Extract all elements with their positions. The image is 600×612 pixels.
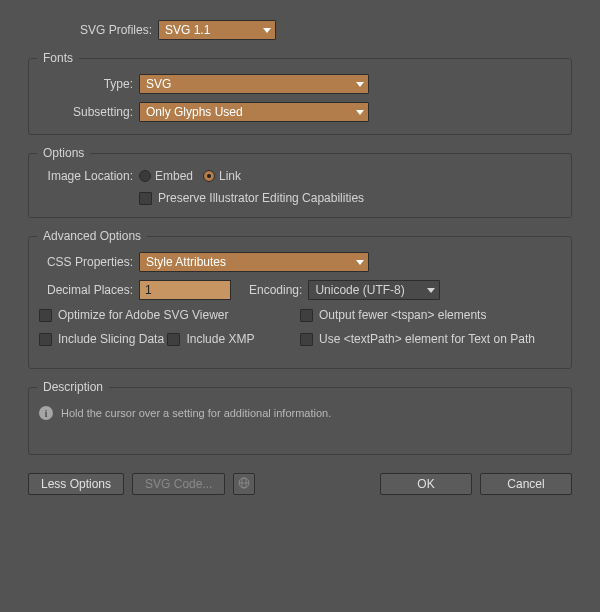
info-icon: i <box>39 406 53 420</box>
image-location-label: Image Location: <box>39 169 139 183</box>
description-title: Description <box>37 380 109 394</box>
output-fewer-tspan-label: Output fewer <tspan> elements <box>319 308 486 322</box>
preserve-ai-checkbox[interactable] <box>139 192 152 205</box>
advanced-options-title: Advanced Options <box>37 229 147 243</box>
less-options-button[interactable]: Less Options <box>28 473 124 495</box>
font-type-select[interactable]: SVG <box>139 74 369 94</box>
encoding-select[interactable]: Unicode (UTF-8) <box>308 280 440 300</box>
link-radio-label: Link <box>219 169 241 183</box>
font-type-value: SVG <box>146 77 348 91</box>
options-group: Options Image Location: Embed Link Prese… <box>28 153 572 218</box>
chevron-down-icon <box>356 110 364 115</box>
cancel-button[interactable]: Cancel <box>480 473 572 495</box>
css-properties-label: CSS Properties: <box>39 255 139 269</box>
advanced-options-group: Advanced Options CSS Properties: Style A… <box>28 236 572 369</box>
options-group-title: Options <box>37 146 90 160</box>
preserve-ai-label: Preserve Illustrator Editing Capabilitie… <box>158 191 364 205</box>
chevron-down-icon <box>263 28 271 33</box>
chevron-down-icon <box>356 260 364 265</box>
svg-marker-4 <box>427 288 435 293</box>
decimal-places-input[interactable] <box>139 280 231 300</box>
globe-icon <box>238 477 250 492</box>
font-subsetting-label: Subsetting: <box>39 105 139 119</box>
font-subsetting-value: Only Glyphs Used <box>146 105 348 119</box>
embed-radio-label: Embed <box>155 169 193 183</box>
include-slicing-label: Include Slicing Data <box>58 332 164 346</box>
output-fewer-tspan-checkbox[interactable] <box>300 309 313 322</box>
font-subsetting-select[interactable]: Only Glyphs Used <box>139 102 369 122</box>
css-properties-value: Style Attributes <box>146 255 348 269</box>
embed-radio[interactable]: Embed <box>139 169 193 183</box>
svg-marker-0 <box>263 28 271 33</box>
svg-profiles-select[interactable]: SVG 1.1 <box>158 20 276 40</box>
description-group: Description i Hold the cursor over a set… <box>28 387 572 455</box>
use-textpath-checkbox[interactable] <box>300 333 313 346</box>
svg-code-button[interactable]: SVG Code... <box>132 473 225 495</box>
include-xmp-label: Include XMP <box>186 332 254 346</box>
include-slicing-checkbox[interactable] <box>39 333 52 346</box>
description-text: Hold the cursor over a setting for addit… <box>61 407 331 419</box>
svg-marker-1 <box>356 82 364 87</box>
button-row: Less Options SVG Code... OK Cancel <box>28 473 572 495</box>
font-type-label: Type: <box>39 77 139 91</box>
encoding-value: Unicode (UTF-8) <box>315 283 419 297</box>
chevron-down-icon <box>356 82 364 87</box>
decimal-places-label: Decimal Places: <box>39 283 139 297</box>
svg-marker-3 <box>356 260 364 265</box>
encoding-label: Encoding: <box>249 283 302 297</box>
link-radio[interactable]: Link <box>203 169 241 183</box>
svg-profiles-value: SVG 1.1 <box>165 23 255 37</box>
svg-profiles-label: SVG Profiles: <box>28 23 158 37</box>
css-properties-select[interactable]: Style Attributes <box>139 252 369 272</box>
include-xmp-checkbox[interactable] <box>167 333 180 346</box>
svg-marker-2 <box>356 110 364 115</box>
web-preview-button[interactable] <box>233 473 255 495</box>
chevron-down-icon <box>427 288 435 293</box>
optimize-svg-viewer-checkbox[interactable] <box>39 309 52 322</box>
optimize-svg-viewer-label: Optimize for Adobe SVG Viewer <box>58 308 229 322</box>
svg-profiles-row: SVG Profiles: SVG 1.1 <box>28 20 572 40</box>
fonts-group: Fonts Type: SVG Subsetting: Only Glyphs … <box>28 58 572 135</box>
fonts-group-title: Fonts <box>37 51 79 65</box>
ok-button[interactable]: OK <box>380 473 472 495</box>
use-textpath-label: Use <textPath> element for Text on Path <box>319 332 535 346</box>
